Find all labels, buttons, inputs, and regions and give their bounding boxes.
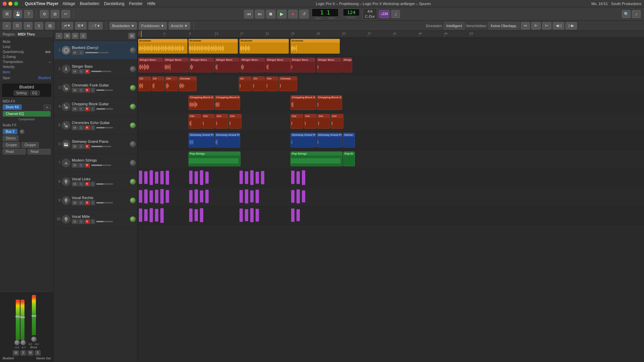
- snap-btn[interactable]: ⊞▼: [75, 22, 87, 29]
- clip-bass-6[interactable]: Stinger Bass: [266, 58, 290, 72]
- playhead[interactable]: [141, 31, 142, 37]
- bus3-knob[interactable]: [20, 129, 24, 134]
- menu-ablage[interactable]: Ablage: [63, 1, 75, 6]
- vol-knob-1[interactable]: [14, 340, 20, 345]
- read-btn[interactable]: Read: [3, 149, 26, 155]
- link-btn[interactable]: ⇔: [521, 22, 530, 29]
- catch-btn[interactable]: ◀◁: [553, 22, 564, 29]
- vocal-mitte-midi[interactable]: [138, 207, 644, 224]
- record-btn[interactable]: ●: [288, 10, 298, 18]
- solo-btn[interactable]: S: [78, 125, 84, 130]
- einrasten-value[interactable]: Intelligent: [444, 22, 464, 29]
- clip-chr-6[interactable]: Chr: [304, 114, 317, 129]
- clip-bass-8[interactable]: Stinger Bass: [317, 58, 341, 72]
- track-row[interactable]: 5 Chronicles Echo Guitar M S R I: [54, 116, 137, 135]
- record-arm-btn[interactable]: R: [85, 163, 90, 168]
- track-row[interactable]: 4 Chopping Block Guitar M S R I: [54, 97, 137, 116]
- s-view-btn[interactable]: S: [80, 33, 87, 39]
- read2-btn[interactable]: Read: [28, 149, 51, 155]
- clip-chop-3[interactable]: Chopping Block G: [290, 95, 316, 110]
- clip-chop-1[interactable]: Chopping Block G: [189, 95, 214, 110]
- clip-strings-3[interactable]: Pop St: [343, 152, 355, 166]
- channel-eq-btn[interactable]: Channel EQ: [3, 111, 51, 117]
- toolbar-btn-2[interactable]: 💾: [13, 10, 22, 18]
- chain-icon[interactable]: ∞: [44, 105, 51, 110]
- record-arm-btn[interactable]: R: [85, 144, 90, 149]
- menu-darstellung[interactable]: Darstellung: [104, 1, 124, 6]
- mute-btn[interactable]: M: [72, 88, 78, 93]
- solo-btn[interactable]: S: [78, 219, 84, 224]
- clip-guitar-2[interactable]: Ch: [152, 76, 164, 91]
- input-btn[interactable]: I: [91, 88, 95, 93]
- timeline-ruler[interactable]: 1 5 9 13 17 21 25 29 33 37 41 45 49: [138, 31, 644, 38]
- clip-guitar-5[interactable]: Ch: [239, 76, 252, 91]
- add-track-btn[interactable]: +: [3, 22, 11, 29]
- gruppe-btn[interactable]: Gruppe: [3, 142, 20, 148]
- track-row[interactable]: 7 Modern Strings M S R: [54, 154, 137, 172]
- setting-btn[interactable]: Setting: [14, 90, 29, 96]
- minimize-btn[interactable]: [8, 2, 12, 6]
- input-btn[interactable]: I: [91, 219, 95, 224]
- track-vol-knob[interactable]: [130, 141, 136, 147]
- track-fader[interactable]: [96, 221, 113, 222]
- metronome-btn[interactable]: ♩: [391, 10, 400, 18]
- track-fader[interactable]: [85, 52, 109, 53]
- track-vol-knob[interactable]: [130, 160, 136, 166]
- solo-btn[interactable]: S: [78, 88, 84, 93]
- funktionen-dropdown[interactable]: Funktionen ▼: [139, 22, 166, 29]
- record-arm-btn[interactable]: R: [85, 88, 90, 93]
- toolbar-settings[interactable]: ⚙: [40, 10, 49, 18]
- add-track-btn[interactable]: +: [56, 33, 62, 39]
- input-btn[interactable]: I: [91, 182, 95, 186]
- mute-btn[interactable]: M: [72, 219, 78, 224]
- arrange-track-5[interactable]: Chr Chr Chr Chr Chr: [138, 113, 644, 131]
- solo-btn[interactable]: S: [78, 163, 84, 168]
- fast-forward-btn[interactable]: ⏭: [255, 10, 264, 18]
- list-view-btn[interactable]: ⊞: [64, 33, 70, 39]
- track-fader[interactable]: [91, 146, 111, 147]
- bus3-btn[interactable]: Bus 3: [3, 129, 17, 134]
- clip-drummer-2[interactable]: Drummer: [189, 39, 238, 54]
- track-vol-knob[interactable]: [130, 197, 136, 203]
- clip-chop-2[interactable]: Chopping Block G: [215, 95, 240, 110]
- clip-piano-1[interactable]: Steinway Grand Pi: [189, 133, 214, 147]
- mute-btn[interactable]: M: [72, 125, 78, 130]
- track-row[interactable]: 2 Stinger Bass M S R: [54, 60, 137, 78]
- arrange-track-7[interactable]: Pop Strings Pop Strings Pop St: [138, 150, 644, 169]
- input-btn[interactable]: I: [91, 125, 95, 130]
- vocal-rechts-midi[interactable]: [138, 188, 644, 205]
- track-vol-knob[interactable]: [130, 104, 136, 110]
- maximize-btn[interactable]: [14, 2, 18, 6]
- track-fader[interactable]: [96, 127, 113, 128]
- clip-bass-9[interactable]: Stinger: [342, 58, 352, 72]
- search-btn[interactable]: 🔍: [622, 10, 631, 18]
- arrange-track-8[interactable]: [138, 169, 644, 188]
- fader-handle-main[interactable]: [32, 315, 36, 317]
- track-row[interactable]: 1 Bluebird (Darcy) M S: [54, 41, 137, 60]
- clip-bass-5[interactable]: Stinger Bass: [240, 58, 265, 72]
- region-params-btn[interactable]: ▤: [128, 33, 135, 39]
- region-settings-btn[interactable]: ▤: [45, 22, 55, 29]
- align2-btn[interactable]: ⊨: [542, 22, 551, 29]
- clip-drummer-4[interactable]: Drummer: [290, 39, 340, 54]
- clip-chr-3[interactable]: Chr: [215, 114, 228, 129]
- toolbar-btn-1[interactable]: ⌘: [3, 10, 11, 18]
- mute-btn[interactable]: M: [72, 144, 78, 149]
- solo-btn[interactable]: S: [78, 144, 84, 149]
- menu-bearbeiten[interactable]: Bearbeiten: [80, 1, 99, 6]
- clip-chr-5[interactable]: Chr: [290, 114, 303, 129]
- time-sig-display[interactable]: 4/4 C-Dur: [363, 8, 377, 20]
- arrange-track-10[interactable]: [138, 206, 644, 225]
- solo-btn[interactable]: S: [78, 200, 84, 205]
- track-row[interactable]: 10 Vocal Mitte M S R I: [54, 210, 137, 229]
- track-vol-knob[interactable]: [130, 85, 136, 91]
- solo-btn[interactable]: S: [78, 50, 84, 55]
- clip-guitar-6[interactable]: Ch: [252, 76, 265, 91]
- clip-bass-1[interactable]: Stinger Bass: [138, 58, 163, 72]
- record-arm-btn[interactable]: R: [85, 182, 90, 186]
- track-fader[interactable]: [96, 108, 113, 110]
- solo-btn[interactable]: S: [78, 69, 84, 74]
- clip-strings-2[interactable]: Pop Strings: [290, 152, 342, 166]
- ch-s2-btn[interactable]: S: [35, 350, 41, 356]
- mute-btn[interactable]: M: [72, 107, 78, 111]
